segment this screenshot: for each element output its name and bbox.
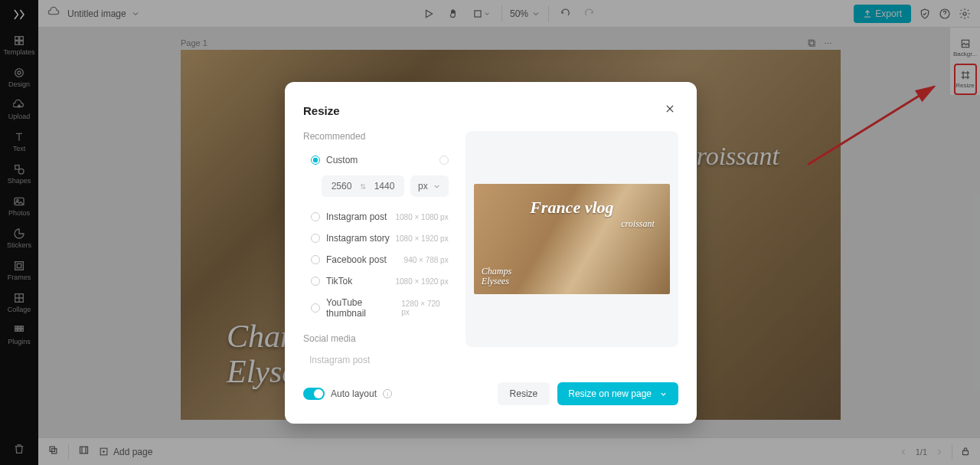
preview-area: France vlog croissant Champs Elysees <box>466 131 678 347</box>
lock-aspect-icon[interactable] <box>439 156 449 165</box>
preview-text: croissant <box>621 218 655 230</box>
modal-title: Resize <box>303 104 340 117</box>
auto-layout-label: Auto layout <box>331 388 377 399</box>
radio-icon <box>311 303 320 313</box>
resize-new-page-label: Resize on new page <box>568 388 652 399</box>
unit-select[interactable]: px <box>410 175 449 197</box>
preset-dims: 1080 × 1080 px <box>395 213 448 221</box>
unit-label: px <box>418 181 428 192</box>
preset-instagram-story[interactable]: Instagram story 1080 × 1920 px <box>303 228 449 249</box>
swap-dimensions-button[interactable]: ⇅ <box>357 182 369 191</box>
preset-tiktok[interactable]: TikTok 1080 × 1920 px <box>303 270 449 292</box>
preset-label: Instagram story <box>326 233 390 244</box>
preset-custom[interactable]: Custom <box>303 149 449 171</box>
social-item[interactable]: Instagram post <box>303 352 449 368</box>
preset-facebook-post[interactable]: Facebook post 940 × 788 px <box>303 249 449 270</box>
resize-button[interactable]: Resize <box>498 382 550 405</box>
recommended-label: Recommended <box>303 131 449 142</box>
preview-text: Champs Elysees <box>482 267 511 287</box>
chevron-down-icon <box>433 182 441 191</box>
preset-dims: 1080 × 1920 px <box>395 234 448 243</box>
social-media-label: Social media <box>303 333 449 344</box>
preset-instagram-post[interactable]: Instagram post 1080 × 1080 px <box>303 206 449 228</box>
preset-dims: 1080 × 1920 px <box>395 277 448 286</box>
preset-label: Custom <box>326 155 358 165</box>
close-icon <box>665 103 675 114</box>
resize-modal: Resize Recommended Custom ⇅ <box>285 82 697 424</box>
chevron-down-icon <box>659 390 668 398</box>
width-input[interactable] <box>326 181 357 192</box>
preset-label: Instagram post <box>326 211 387 222</box>
radio-icon <box>311 212 320 221</box>
radio-icon <box>311 255 320 264</box>
preset-label: Facebook post <box>326 254 387 265</box>
preset-label: YouTube thumbnail <box>326 297 401 319</box>
resize-new-page-button[interactable]: Resize on new page <box>557 382 678 405</box>
preview-thumbnail: France vlog croissant Champs Elysees <box>474 184 670 294</box>
info-icon[interactable]: i <box>383 389 392 398</box>
radio-icon <box>311 156 320 165</box>
preview-text: France vlog <box>530 198 613 218</box>
preset-label: TikTok <box>326 276 352 287</box>
radio-icon <box>311 234 320 243</box>
preset-dims: 940 × 788 px <box>404 256 449 264</box>
auto-layout-toggle[interactable] <box>303 388 325 400</box>
preset-dims: 1280 × 720 px <box>401 300 448 316</box>
preset-youtube-thumbnail[interactable]: YouTube thumbnail 1280 × 720 px <box>303 292 449 324</box>
modal-close-button[interactable] <box>662 100 678 120</box>
height-input[interactable] <box>369 181 400 192</box>
radio-icon <box>311 277 320 286</box>
